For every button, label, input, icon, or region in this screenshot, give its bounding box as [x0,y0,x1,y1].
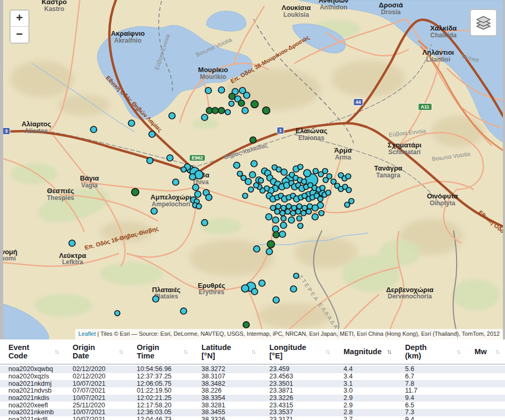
earthquake-marker[interactable] [286,204,291,209]
earthquake-marker[interactable] [181,167,186,172]
earthquake-marker[interactable] [290,211,296,216]
sort-toggle-icon[interactable]: ↑↓ [385,347,390,356]
earthquake-marker[interactable] [266,214,272,220]
earthquake-marker[interactable] [304,169,311,177]
earthquake-marker[interactable] [151,208,157,214]
earthquake-marker[interactable] [298,164,303,169]
earthquake-marker[interactable] [128,120,135,126]
earthquake-marker[interactable] [281,216,286,221]
earthquake-marker[interactable] [319,211,324,216]
earthquake-marker[interactable] [147,157,153,164]
earthquake-marker[interactable] [296,209,301,214]
earthquake-marker[interactable] [189,174,196,180]
earthquake-marker[interactable] [285,209,290,214]
earthquake-marker[interactable] [201,114,208,121]
table-row[interactable]: noa2020xqwbq02/12/202010:54:56.9638.3272… [0,366,505,373]
earthquake-marker[interactable] [201,219,208,226]
earthquake-marker[interactable] [259,280,265,286]
earthquake-marker[interactable] [326,190,331,195]
table-row[interactable]: noa2020xeefl25/11/202012:17:58.2038.3281… [0,402,505,409]
earthquake-marker[interactable] [251,288,258,295]
sort-toggle-icon[interactable]: ↑↓ [454,347,460,356]
earthquake-marker[interactable] [298,223,303,228]
earthquake-marker[interactable] [229,93,235,99]
earthquake-marker[interactable] [205,87,211,94]
earthquake-marker[interactable] [238,100,245,106]
sort-toggle-icon[interactable]: ↑↓ [116,347,122,356]
table-row[interactable]: noa2021nkdmj10/07/202112:06:05.7538.3482… [0,380,505,387]
table-row[interactable]: noa2021nkdis10/07/202112:02:21.2538.3354… [0,395,505,402]
earthquake-marker[interactable] [244,92,250,98]
earthquake-marker[interactable] [276,204,281,209]
earthquake-marker[interactable] [251,161,257,167]
earthquake-marker[interactable] [290,286,297,292]
sort-toggle-icon[interactable]: ↑↓ [181,347,187,356]
earthquake-marker[interactable] [149,131,155,137]
earthquake-marker[interactable] [322,168,328,174]
earthquake-marker[interactable] [242,107,248,114]
sort-toggle-icon[interactable]: ↑↓ [493,347,499,356]
earthquake-marker[interactable] [266,248,272,255]
earthquake-marker[interactable] [273,232,279,238]
earthquake-marker[interactable] [243,322,249,328]
earthquake-marker[interactable] [279,231,286,237]
earthquake-marker[interactable] [237,171,243,176]
earthquake-marker[interactable] [272,217,279,223]
earthquake-marker[interactable] [132,188,139,196]
earthquake-marker[interactable] [280,222,287,228]
earthquake-marker[interactable] [273,297,279,303]
earthquake-marker[interactable] [294,273,299,278]
earthquake-marker[interactable] [318,196,323,202]
earthquake-marker[interactable] [248,187,254,192]
earthquake-marker[interactable] [90,126,97,133]
earthquake-marker[interactable] [212,107,218,114]
earthquake-marker[interactable] [288,217,295,223]
earthquake-marker[interactable] [320,185,325,191]
earthquake-marker[interactable] [169,113,175,119]
earthquake-marker[interactable] [196,204,201,209]
earthquake-marker[interactable] [301,179,307,184]
earthquake-marker[interactable] [195,191,201,197]
leaflet-link[interactable]: Leaflet [78,331,96,337]
leaflet-map[interactable]: Εθνική Οδός Θηβών ΛαμίαςΕπ. Οδός 38-Μουρ… [0,0,505,339]
earthquake-marker[interactable] [262,107,270,114]
earthquake-marker[interactable] [254,246,260,252]
sort-toggle-icon[interactable]: ↑↓ [249,347,255,356]
table-row[interactable]: noa2021ndvsb07/07/202101:22:19.5038.2262… [0,387,505,395]
earthquake-marker[interactable] [251,101,258,108]
earthquake-marker[interactable] [297,216,302,221]
zoom-in-button[interactable]: + [11,11,28,27]
earthquake-marker[interactable] [272,226,279,232]
table-row[interactable]: noa2021nkdll10/07/202112:04:46.7338.3326… [0,416,505,420]
table-row[interactable]: noa2021nkemb10/07/202112:36:03.0538.3455… [0,409,505,416]
earthquake-marker[interactable] [115,311,120,316]
earthquake-marker[interactable] [241,285,249,292]
earthquake-marker[interactable] [206,194,212,201]
earthquake-marker[interactable] [250,137,256,143]
earthquake-marker[interactable] [313,168,318,174]
earthquake-marker[interactable] [280,211,285,216]
earthquake-marker[interactable] [258,178,264,183]
earthquake-marker[interactable] [153,296,159,302]
earthquake-marker[interactable] [173,179,179,185]
sort-toggle-icon[interactable]: ↑↓ [323,347,329,356]
earthquake-marker[interactable] [301,211,306,216]
earthquake-marker[interactable] [307,204,312,209]
earthquake-marker[interactable] [346,174,351,179]
earthquake-marker[interactable] [225,109,230,115]
earthquake-marker[interactable] [312,214,318,220]
earthquake-marker[interactable] [218,87,225,93]
zoom-out-button[interactable]: − [11,27,28,43]
earthquake-marker[interactable] [193,184,199,191]
earthquake-marker[interactable] [218,107,225,114]
earthquake-marker[interactable] [312,205,318,211]
earthquake-marker[interactable] [254,183,259,188]
earthquake-marker[interactable] [323,177,328,183]
earthquake-marker[interactable] [306,209,311,214]
earthquake-marker[interactable] [69,240,75,246]
earthquake-marker[interactable] [229,101,234,106]
earthquake-marker[interactable] [234,162,240,168]
earthquake-marker[interactable] [267,241,275,248]
earthquake-marker[interactable] [243,193,248,198]
layers-control[interactable] [470,9,497,36]
